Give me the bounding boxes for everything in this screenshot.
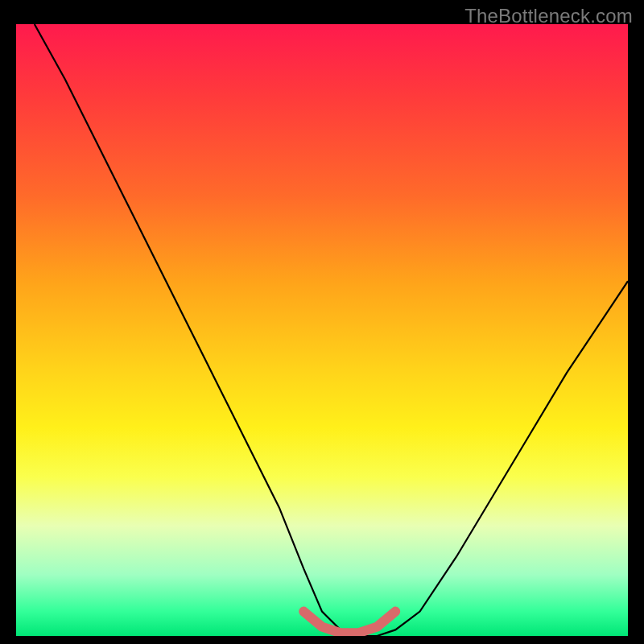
chart-svg [16,24,628,636]
chart-frame [16,24,628,636]
optimal-zone-highlight [303,612,395,634]
bottleneck-curve [35,24,628,636]
watermark-text: TheBottleneck.com [464,5,633,27]
